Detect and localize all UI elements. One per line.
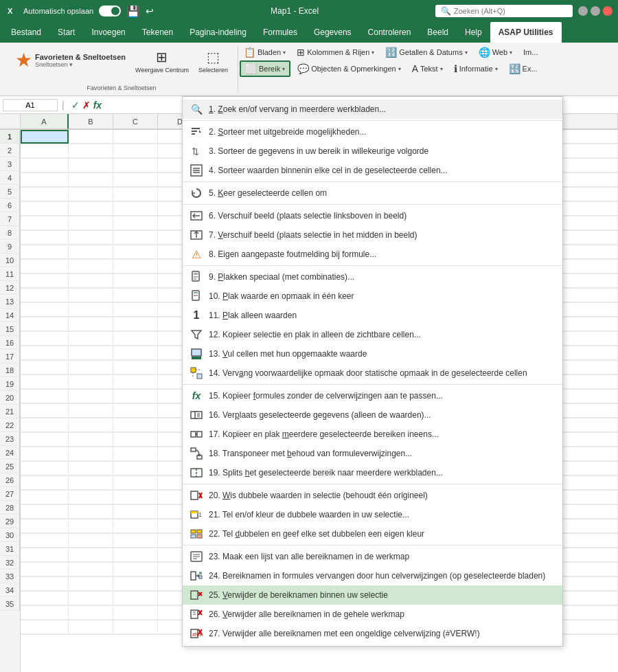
cell-a5[interactable] <box>21 188 69 201</box>
row-header-17[interactable]: 17 <box>0 350 20 363</box>
cell-c14[interactable] <box>113 317 158 331</box>
menu-item-24[interactable]: 24. Bereiknamen in formules vervangen do… <box>183 566 562 585</box>
row-header-3[interactable]: 3 <box>0 157 20 171</box>
cell-b7[interactable] <box>69 216 113 230</box>
cell-a19[interactable] <box>21 390 69 403</box>
search-input[interactable] <box>454 7 550 15</box>
cell-b9[interactable] <box>69 245 113 259</box>
menu-item-14[interactable]: 14. Vervang voorwaardelijke opmaak door … <box>183 363 562 383</box>
cell-c25[interactable] <box>113 476 158 490</box>
cell-a12[interactable] <box>21 289 69 302</box>
cell-b2[interactable] <box>69 144 113 158</box>
cell-b5[interactable] <box>69 188 113 201</box>
cell-b28[interactable] <box>69 519 113 533</box>
tab-start[interactable]: Start <box>49 22 83 43</box>
formula-fx-icon[interactable]: fx <box>93 100 102 111</box>
menu-item-10[interactable]: 10. Plak waarde en opmaak in één keer <box>183 287 562 306</box>
cell-c33[interactable] <box>113 592 158 605</box>
cell-a33[interactable] <box>21 592 69 605</box>
cell-a1[interactable] <box>21 130 69 144</box>
row-header-24[interactable]: 24 <box>0 446 20 460</box>
row-header-26[interactable]: 26 <box>0 473 20 487</box>
row-header-20[interactable]: 20 <box>0 391 20 405</box>
cell-b25[interactable] <box>69 476 113 490</box>
row-header-13[interactable]: 13 <box>0 295 20 309</box>
cell-a35[interactable] <box>21 620 69 634</box>
cell-c34[interactable] <box>113 606 158 620</box>
cell-c6[interactable] <box>113 202 158 216</box>
ribbon-btn-weergave[interactable]: ⊞ Weergave Centrum <box>131 47 193 76</box>
menu-item-19[interactable]: 19. Splits het geselecteerde bereik naar… <box>183 463 562 482</box>
row-header-30[interactable]: 30 <box>0 528 20 542</box>
cell-b14[interactable] <box>69 317 113 331</box>
cell-a22[interactable] <box>21 433 69 447</box>
cell-a6[interactable] <box>21 202 69 216</box>
cell-b17[interactable] <box>69 361 113 374</box>
cell-b33[interactable] <box>69 592 113 605</box>
cell-c5[interactable] <box>113 188 158 201</box>
cell-c7[interactable] <box>113 216 158 230</box>
cell-c32[interactable] <box>113 577 158 591</box>
cell-b13[interactable] <box>69 303 113 317</box>
ribbon-kolommen-rijen[interactable]: ⊞ Kolommen & Rijen ▾ <box>293 45 378 59</box>
cell-c9[interactable] <box>113 245 158 259</box>
row-header-28[interactable]: 28 <box>0 501 20 515</box>
cell-b15[interactable] <box>69 332 113 346</box>
ribbon-tekst[interactable]: A Tekst ▾ <box>408 62 447 76</box>
close-btn[interactable] <box>603 6 613 16</box>
cell-c2[interactable] <box>113 144 158 158</box>
cell-c11[interactable] <box>113 274 158 288</box>
cell-a25[interactable] <box>21 476 69 490</box>
row-header-4[interactable]: 4 <box>0 171 20 185</box>
ribbon-btn-selecteren[interactable]: ⬚ Selecteren <box>194 47 232 76</box>
cell-c23[interactable] <box>113 447 158 461</box>
menu-item-1[interactable]: 🔍 1. Zoek en/of vervang in meerdere werk… <box>183 100 562 119</box>
cell-a15[interactable] <box>21 332 69 346</box>
cell-b18[interactable] <box>69 375 113 389</box>
cell-a2[interactable] <box>21 144 69 158</box>
menu-item-21[interactable]: 1 21. Tel en/of kleur de dubbele waarden… <box>183 505 562 524</box>
cell-c13[interactable] <box>113 303 158 317</box>
cell-b27[interactable] <box>69 505 113 519</box>
cell-a34[interactable] <box>21 606 69 620</box>
cell-a18[interactable] <box>21 375 69 389</box>
cell-b10[interactable] <box>69 260 113 273</box>
cell-a32[interactable] <box>21 577 69 591</box>
cell-a23[interactable] <box>21 447 69 461</box>
row-header-32[interactable]: 32 <box>0 556 20 570</box>
row-header-10[interactable]: 10 <box>0 254 20 267</box>
cell-c18[interactable] <box>113 375 158 389</box>
cell-b30[interactable] <box>69 548 113 562</box>
cell-c15[interactable] <box>113 332 158 346</box>
ribbon-meer[interactable]: Im... <box>519 47 542 58</box>
cell-c28[interactable] <box>113 519 158 533</box>
cell-a24[interactable] <box>21 462 69 475</box>
tab-invoegen[interactable]: Invoegen <box>83 22 133 43</box>
row-header-35[interactable]: 35 <box>0 597 20 611</box>
autosave-toggle[interactable] <box>99 5 121 16</box>
menu-item-3[interactable]: ⇅ 3. Sorteer de gegevens in uw bereik in… <box>183 142 562 161</box>
row-header-15[interactable]: 15 <box>0 322 20 336</box>
menu-item-15[interactable]: fx 15. Kopieer formules zonder de celver… <box>183 386 562 405</box>
menu-item-8[interactable]: ⚠ 8. Eigen aangepaste foutmelding bij fo… <box>183 245 562 264</box>
cell-a28[interactable] <box>21 519 69 533</box>
row-header-23[interactable]: 23 <box>0 432 20 446</box>
menu-item-12[interactable]: 12. Kopieer selectie en plak in alleen d… <box>183 325 562 344</box>
menu-item-18[interactable]: 18. Transponeer met behoud van formuleve… <box>183 444 562 463</box>
tab-formules[interactable]: Formules <box>255 22 306 43</box>
cell-a4[interactable] <box>21 173 69 187</box>
cell-c19[interactable] <box>113 390 158 403</box>
row-header-14[interactable]: 14 <box>0 309 20 322</box>
cell-c31[interactable] <box>113 563 158 576</box>
menu-item-20[interactable]: 20. Wis dubbele waarden in selectie (beh… <box>183 486 562 505</box>
row-header-2[interactable]: 2 <box>0 144 20 157</box>
cell-b26[interactable] <box>69 491 113 504</box>
ribbon-bladen[interactable]: 📋 Bladen ▾ <box>240 45 290 59</box>
cell-c16[interactable] <box>113 346 158 360</box>
tab-tekenen[interactable]: Tekenen <box>134 22 181 43</box>
menu-item-5[interactable]: 5. Keer geselecteerde cellen om <box>183 183 562 203</box>
menu-item-23[interactable]: 23. Maak een lijst van alle bereiknamen … <box>183 547 562 566</box>
cell-c30[interactable] <box>113 548 158 562</box>
cell-c21[interactable] <box>113 418 158 432</box>
menu-item-26[interactable]: 26. Verwijder alle bereiknamen in de geh… <box>183 605 562 624</box>
